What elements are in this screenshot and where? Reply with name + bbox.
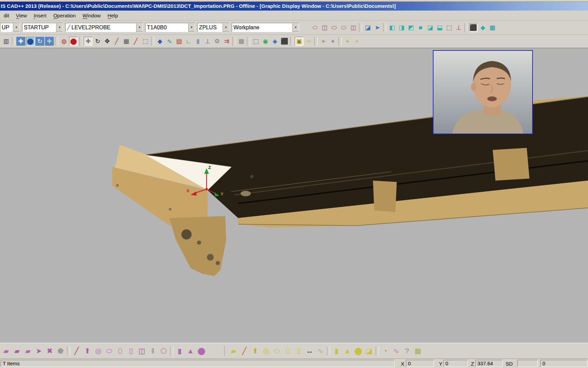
menu-dit[interactable]: dit — [1, 12, 12, 19]
pan-icon[interactable]: ✚ — [16, 37, 25, 46]
measured-round-slot-icon[interactable]: ⬯ — [115, 346, 125, 356]
part-axes-icon[interactable]: ∟ — [184, 37, 193, 46]
next-step-icon[interactable]: ⇨ — [304, 37, 313, 46]
dimension-tree-icon[interactable]: ◫ — [320, 23, 329, 32]
redraw-icon[interactable]: ↻ — [35, 37, 44, 46]
auto-help-icon[interactable]: ? — [402, 346, 412, 356]
auto-curve-icon[interactable]: ∿ — [315, 346, 326, 356]
probe-hit-a-icon[interactable]: ⌖ — [343, 37, 352, 46]
measured-edge-point-icon[interactable]: ➤ — [34, 346, 44, 356]
cad-wire-cube-icon[interactable]: ⬚ — [251, 37, 260, 46]
auto-square-slot-icon[interactable]: ▯ — [294, 346, 304, 356]
measured-circle-icon[interactable]: ◎ — [93, 346, 103, 356]
menu-insert[interactable]: Insert — [31, 12, 50, 19]
view-bottom-cube-icon[interactable]: ⬓ — [435, 23, 444, 32]
view-top-cube-icon[interactable]: ■ — [416, 23, 425, 32]
level-tool-icon[interactable]: ⊥ — [203, 37, 212, 46]
probe-pen-icon[interactable]: ╱ — [112, 37, 121, 46]
edit-window-icon[interactable]: ▦ — [122, 37, 131, 46]
chevron-down-icon[interactable]: ▼ — [188, 23, 195, 32]
view-iso-solid-icon[interactable]: ⬛ — [469, 23, 478, 32]
point-order-icon[interactable]: ⇉ — [222, 37, 231, 46]
probe-toggle-a-icon[interactable]: ⌖ — [319, 37, 328, 46]
menu-help[interactable]: Help — [104, 12, 121, 19]
measured-polygon-icon[interactable]: ⬠ — [159, 346, 169, 356]
measured-cone-icon[interactable]: ▲ — [185, 346, 196, 356]
probe-hit-b-icon[interactable]: ⌖ — [353, 37, 361, 46]
view-left-cube-icon[interactable]: ◧ — [388, 23, 396, 32]
measured-point-icon[interactable]: ▰ — [1, 346, 11, 356]
measured-square-slot-icon[interactable]: ▯ — [126, 346, 136, 356]
chevron-down-icon[interactable]: ▼ — [13, 23, 19, 32]
menu-operation[interactable]: Operation — [50, 12, 79, 19]
scan-points-icon[interactable]: ∿ — [391, 346, 401, 356]
dimension-location-icon[interactable]: ⬭ — [311, 23, 320, 32]
view-front-cube-icon[interactable]: ◩ — [407, 23, 415, 32]
probe-file-dropdown[interactable]: ╱ LEVEL2PROBE ▼ — [65, 23, 143, 32]
auto-wrench-icon[interactable]: ◔ — [380, 346, 390, 356]
auto-width-icon[interactable]: ↔ — [305, 346, 315, 356]
dimension-position-icon[interactable]: ⬭ — [330, 23, 339, 32]
measured-high-point-icon[interactable]: ⬟ — [55, 346, 66, 356]
chevron-down-icon[interactable]: ▼ — [292, 23, 299, 32]
measured-width-icon[interactable]: ‖ — [148, 346, 158, 356]
view-right-cube-icon[interactable]: ◨ — [397, 23, 406, 32]
select-box-icon[interactable]: ⬚ — [141, 37, 150, 46]
measured-cylinder-icon[interactable]: ▮ — [175, 346, 185, 356]
probe-z-plane-icon[interactable]: ⊥ — [454, 23, 463, 32]
chevron-down-icon[interactable]: ▼ — [56, 23, 63, 32]
auto-cylinder-icon[interactable]: ▮ — [331, 346, 342, 356]
tip-angle-dropdown[interactable]: ZPLUS ▼ — [197, 23, 229, 32]
probe-sketch-icon[interactable]: ➤ — [373, 23, 382, 32]
measured-surface-point-icon[interactable]: ▰ — [23, 346, 33, 356]
auto-sphere-icon[interactable]: ⬤ — [353, 346, 363, 356]
auto-ellipse-icon[interactable]: ⬭ — [272, 346, 282, 356]
auto-line-icon[interactable]: ╱ — [239, 346, 249, 356]
measured-plane-icon[interactable]: ⬆ — [82, 346, 93, 356]
dimension-callout-icon[interactable]: ⬭ — [339, 23, 348, 32]
marker-icon[interactable]: ╱ — [131, 37, 140, 46]
gear-swap-icon[interactable]: ⚙ — [213, 37, 222, 46]
zoom-sphere-icon[interactable]: ⬤ — [26, 37, 35, 46]
alignment-dropdown[interactable]: UP ▼ — [0, 23, 20, 32]
auto-point-icon[interactable]: ▰ — [228, 346, 239, 356]
measured-line-icon[interactable]: ╱ — [71, 346, 82, 356]
measured-vector-point-icon[interactable]: ▰ — [12, 346, 22, 356]
auto-circle-icon[interactable]: ◎ — [261, 346, 271, 356]
auto-round-slot-icon[interactable]: ⬯ — [283, 346, 293, 356]
view-back-cube-icon[interactable]: ◪ — [426, 23, 435, 32]
probe-toggle-b-icon[interactable]: ⌖ — [328, 37, 337, 46]
program-swap-icon[interactable]: ▩ — [237, 37, 246, 46]
mesh-icon[interactable]: ▦ — [413, 346, 423, 356]
measured-angle-point-icon[interactable]: ✖ — [45, 346, 55, 356]
measured-sphere-icon[interactable]: ⬤ — [196, 346, 207, 356]
solid-sphere-icon[interactable]: ⬤ — [69, 37, 78, 46]
clearance-plane-icon[interactable]: ◪ — [363, 23, 372, 32]
graphic-display-window[interactable]: Z X Y — [0, 48, 588, 343]
view-iso-2-icon[interactable]: ◆ — [478, 23, 487, 32]
probe-path-icon[interactable]: ∿ — [165, 37, 174, 46]
dimension-group-icon[interactable]: ◫ — [349, 23, 358, 32]
cad-hidden-cube-icon[interactable]: ⬛ — [280, 37, 289, 46]
rotate-3d-icon[interactable]: ✥ — [103, 37, 112, 46]
chevron-down-icon[interactable]: ▼ — [223, 23, 229, 32]
cad-translucent-cube-icon[interactable]: ◉ — [261, 37, 270, 46]
probe-tip-dropdown[interactable]: T1A0B0 ▼ — [145, 23, 195, 32]
menu-window[interactable]: Window — [80, 12, 104, 19]
zoom-fit-icon[interactable]: ✛ — [45, 37, 54, 46]
print-preview-icon[interactable]: ▥ — [2, 37, 11, 46]
chevron-down-icon[interactable]: ▼ — [136, 23, 143, 32]
wireframe-sphere-icon[interactable]: ◍ — [60, 37, 68, 46]
auto-plane-icon[interactable]: ⬆ — [250, 346, 260, 356]
view-grid-icon[interactable]: ▦ — [488, 23, 497, 32]
measured-notch-icon[interactable]: ◫ — [137, 346, 147, 356]
auto-surface-icon[interactable]: ◪ — [364, 346, 374, 356]
execute-mode-icon[interactable]: ▣ — [295, 37, 304, 46]
cad-solid-cube-icon[interactable]: ◈ — [271, 37, 279, 46]
translate-icon[interactable]: ✛ — [84, 37, 93, 46]
startup-dropdown[interactable]: STARTUP ▼ — [22, 23, 63, 32]
auto-cone-icon[interactable]: ▲ — [342, 346, 353, 356]
rotate-2d-icon[interactable]: ↻ — [93, 37, 102, 46]
measured-ellipse-icon[interactable]: ⬭ — [104, 346, 114, 356]
title-bar[interactable]: IS CAD++ 2013 (Release) - C:\Users\Publi… — [0, 2, 588, 11]
